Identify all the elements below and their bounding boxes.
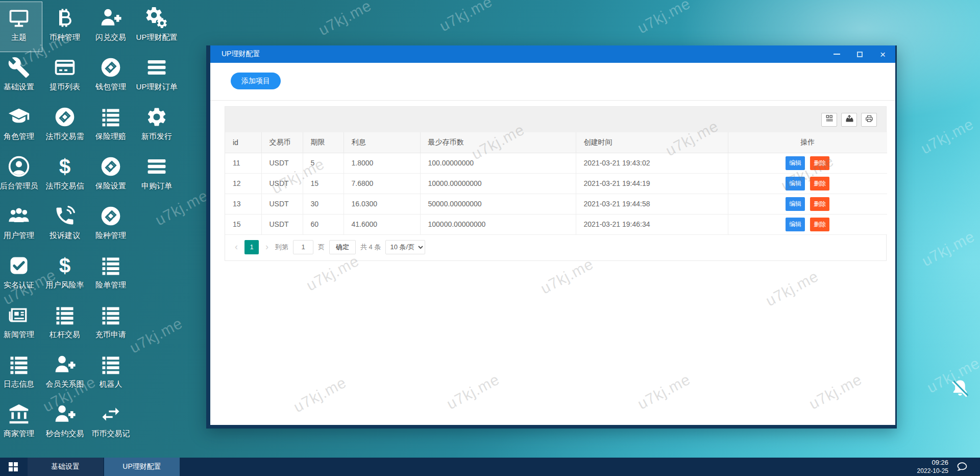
cell-coin: USDT <box>261 153 303 173</box>
card-icon <box>53 56 77 79</box>
svg-text:$: $ <box>59 155 70 178</box>
menu-icon <box>145 155 168 178</box>
desktop-icon-label: 币币交易记 <box>92 429 130 439</box>
taskbar-item[interactable]: 基础设置 <box>28 458 103 476</box>
desktop-icon[interactable]: UP理财配置 <box>134 2 180 52</box>
desktop-icon-label: 闪兑交易 <box>95 33 126 42</box>
desktop-icon[interactable]: 险单管理 <box>88 250 134 299</box>
desktop-icon-label: 保险设置 <box>95 181 126 191</box>
confirm-page-button[interactable]: 确定 <box>329 240 356 254</box>
clock-date: 2022-10-25 <box>917 467 948 475</box>
print-button[interactable] <box>861 113 877 127</box>
desktop-icon[interactable]: 机器人 <box>88 349 134 398</box>
desktop-icon-label: 机器人 <box>100 379 122 389</box>
desktop-icon[interactable]: 用户管理 <box>0 200 42 250</box>
desktop-icon[interactable]: 杠杆交易 <box>42 299 88 349</box>
cell-min_deposit: 50000.00000000 <box>420 194 576 214</box>
current-page-button[interactable]: 1 <box>244 240 259 254</box>
desktop-icon[interactable]: $用户风险率 <box>42 250 88 299</box>
desktop-icon-label: 杠杆交易 <box>50 330 80 340</box>
cell-coin: USDT <box>261 214 303 234</box>
edit-button[interactable]: 编辑 <box>786 156 805 170</box>
desktop-icon[interactable]: 秒合约交易 <box>42 398 88 448</box>
page-unit-label: 页 <box>318 243 325 252</box>
svg-text:$: $ <box>59 254 70 277</box>
desktop-icon[interactable]: $法币交易信 <box>42 151 88 200</box>
desktop-icon[interactable]: 角色管理 <box>0 101 42 151</box>
cell-period: 15 <box>303 173 344 194</box>
watermark: u7kj.me <box>291 374 350 416</box>
prev-page-button[interactable]: ‹ <box>233 242 240 252</box>
desktop-icon[interactable]: 主题 <box>0 2 42 52</box>
desktop-icon[interactable]: 后台管理员 <box>0 151 42 200</box>
cell-min_deposit: 100.00000000 <box>420 153 576 173</box>
watermark: u7kj.me <box>806 371 865 413</box>
print-icon <box>865 114 873 125</box>
user-plus-icon <box>53 353 77 376</box>
cell-created: 2021-03-21 19:43:02 <box>576 153 728 173</box>
coin-icon <box>53 105 77 129</box>
desktop-icon[interactable]: 商家管理 <box>0 398 42 448</box>
close-button[interactable]: × <box>871 45 894 63</box>
desktop-icon[interactable]: 日志信息 <box>0 349 42 398</box>
edit-button[interactable]: 编辑 <box>786 197 805 211</box>
desktop-icon-label: 用户管理 <box>4 231 34 241</box>
start-button[interactable] <box>0 458 27 476</box>
desktop-icon-label: 投诉建议 <box>50 231 80 241</box>
desktop-icon[interactable]: 实名认证 <box>0 250 42 299</box>
desktop-icon[interactable]: 基础设置 <box>0 52 42 101</box>
desktop-icon[interactable]: 闪兑交易 <box>88 2 134 52</box>
next-page-button[interactable]: › <box>263 242 271 252</box>
data-table: id交易币期限利息最少存币数创建时间操作 11USDT51.8000100.00… <box>225 132 887 235</box>
desktop-icon[interactable]: 投诉建议 <box>42 200 88 250</box>
bell-muted-icon[interactable] <box>949 378 971 399</box>
dollar-icon: $ <box>53 254 77 277</box>
edit-button[interactable]: 编辑 <box>786 218 805 231</box>
filter-columns-button[interactable] <box>821 113 837 127</box>
minimize-button[interactable] <box>825 45 848 63</box>
check-square-icon <box>7 254 31 277</box>
desktop-icon[interactable]: 钱包管理 <box>88 52 134 101</box>
page-size-select[interactable]: 10 条/页 <box>385 240 425 254</box>
desktop-icon-label: 后台管理员 <box>0 181 38 191</box>
edit-button[interactable]: 编辑 <box>786 177 805 191</box>
window-titlebar[interactable]: UP理财配置 × <box>210 45 895 63</box>
desktop-icon[interactable]: 新闻管理 <box>0 299 42 349</box>
desktop-icon[interactable]: 保险设置 <box>88 151 134 200</box>
table-row: 13USDT3016.030050000.000000002021-03-21 … <box>225 194 887 214</box>
desktop-icon-label: 实名认证 <box>4 280 34 290</box>
taskbar-clock: 09:26 2022-10-25 <box>917 459 948 474</box>
desktop-icon[interactable]: 会员关系图 <box>42 349 88 398</box>
maximize-button[interactable] <box>848 45 871 63</box>
delete-button[interactable]: 删除 <box>810 218 829 231</box>
desktop-icon-label: 新币发行 <box>141 132 172 141</box>
export-button[interactable] <box>841 113 857 127</box>
add-project-button[interactable]: 添加项目 <box>231 73 281 89</box>
desktop-icon[interactable]: UP理财订单 <box>134 52 180 101</box>
goto-page-input[interactable] <box>293 240 313 254</box>
cell-coin: USDT <box>261 173 303 194</box>
desktop-icon[interactable]: 申购订单 <box>134 151 180 200</box>
table-header: id交易币期限利息最少存币数创建时间操作 <box>225 132 887 153</box>
desktop-icon[interactable]: 险种管理 <box>88 200 134 250</box>
cell-period: 30 <box>303 194 344 214</box>
chat-bubble-icon[interactable] <box>954 459 970 474</box>
desktop-icon[interactable]: 提币列表 <box>42 52 88 101</box>
taskbar-item[interactable]: UP理财配置 <box>104 458 180 476</box>
delete-button[interactable]: 删除 <box>810 156 829 170</box>
monitor-icon <box>7 6 31 30</box>
desktop-icon[interactable]: 币种管理 <box>42 2 88 52</box>
desktop-icon[interactable]: 法币交易需 <box>42 101 88 151</box>
divider <box>210 100 895 101</box>
delete-button[interactable]: 删除 <box>810 177 829 191</box>
desktop-icon[interactable]: 币币交易记 <box>88 398 134 448</box>
swap-icon <box>99 402 122 426</box>
desktop-icon[interactable]: 保险理赔 <box>88 101 134 151</box>
delete-button[interactable]: 删除 <box>810 197 829 211</box>
table-toolbar <box>225 107 886 132</box>
watermark: u7kj.me <box>316 0 375 39</box>
desktop-icon[interactable]: 新币发行 <box>134 101 180 151</box>
desktop-icon[interactable]: 充币申请 <box>88 299 134 349</box>
cell-actions: 编辑删除 <box>728 153 887 173</box>
newspaper-icon <box>7 303 31 327</box>
